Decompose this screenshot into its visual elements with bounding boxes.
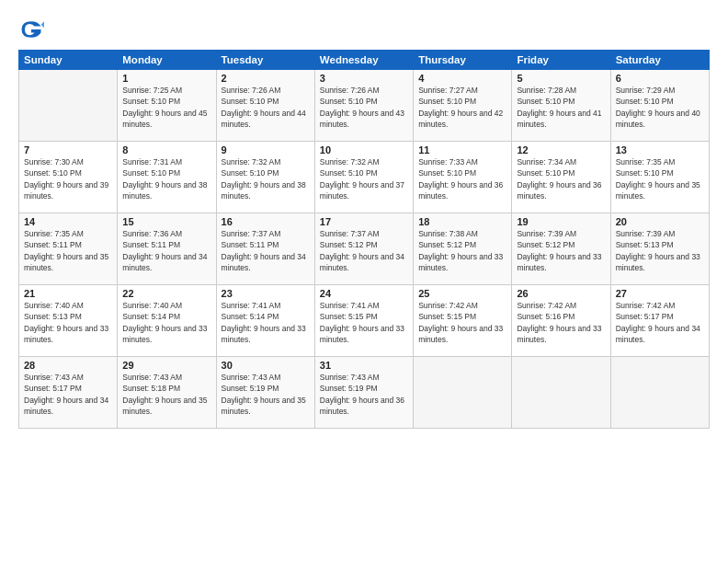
calendar-cell: 29 Sunrise: 7:43 AMSunset: 5:18 PMDaylig… xyxy=(118,357,216,429)
day-number: 4 xyxy=(418,73,506,84)
day-number: 3 xyxy=(320,73,408,84)
day-number: 7 xyxy=(24,144,112,155)
day-number: 31 xyxy=(320,360,408,371)
day-info: Sunrise: 7:26 AMSunset: 5:10 PMDaylight:… xyxy=(222,86,306,129)
day-number: 30 xyxy=(222,360,310,371)
day-number: 2 xyxy=(222,73,310,84)
calendar-cell xyxy=(512,357,610,429)
day-number: 14 xyxy=(24,216,112,227)
calendar-cell: 19 Sunrise: 7:39 AMSunset: 5:12 PMDaylig… xyxy=(512,213,610,285)
calendar-cell: 6 Sunrise: 7:29 AMSunset: 5:10 PMDayligh… xyxy=(610,70,709,142)
calendar-cell: 11 Sunrise: 7:33 AMSunset: 5:10 PMDaylig… xyxy=(414,142,512,213)
day-number: 10 xyxy=(320,144,408,155)
day-info: Sunrise: 7:43 AMSunset: 5:17 PMDaylight:… xyxy=(24,373,108,416)
day-info: Sunrise: 7:27 AMSunset: 5:10 PMDaylight:… xyxy=(418,86,503,129)
calendar-cell: 16 Sunrise: 7:37 AMSunset: 5:11 PMDaylig… xyxy=(216,213,314,285)
day-info: Sunrise: 7:28 AMSunset: 5:10 PMDaylight:… xyxy=(517,86,601,129)
day-info: Sunrise: 7:42 AMSunset: 5:15 PMDaylight:… xyxy=(418,301,503,344)
day-number: 22 xyxy=(122,288,210,299)
logo-icon xyxy=(18,17,44,42)
day-number: 6 xyxy=(616,73,704,84)
weekday-header-cell: Friday xyxy=(512,51,610,70)
day-info: Sunrise: 7:37 AMSunset: 5:12 PMDaylight:… xyxy=(320,229,404,272)
day-info: Sunrise: 7:43 AMSunset: 5:19 PMDaylight:… xyxy=(320,373,404,416)
calendar-cell: 25 Sunrise: 7:42 AMSunset: 5:15 PMDaylig… xyxy=(414,285,512,357)
day-number: 11 xyxy=(418,144,506,155)
day-info: Sunrise: 7:26 AMSunset: 5:10 PMDaylight:… xyxy=(320,86,404,129)
calendar-week-row: 28 Sunrise: 7:43 AMSunset: 5:17 PMDaylig… xyxy=(19,357,710,429)
day-info: Sunrise: 7:39 AMSunset: 5:12 PMDaylight:… xyxy=(517,229,601,272)
calendar-body: 1 Sunrise: 7:25 AMSunset: 5:10 PMDayligh… xyxy=(19,70,710,429)
calendar-cell: 30 Sunrise: 7:43 AMSunset: 5:19 PMDaylig… xyxy=(216,357,314,429)
day-number: 21 xyxy=(24,288,112,299)
day-info: Sunrise: 7:35 AMSunset: 5:10 PMDaylight:… xyxy=(616,157,700,201)
calendar-cell: 26 Sunrise: 7:42 AMSunset: 5:16 PMDaylig… xyxy=(512,285,610,357)
day-info: Sunrise: 7:32 AMSunset: 5:10 PMDaylight:… xyxy=(222,157,306,201)
day-number: 27 xyxy=(616,288,704,299)
calendar-cell: 14 Sunrise: 7:35 AMSunset: 5:11 PMDaylig… xyxy=(19,213,118,285)
calendar-cell: 17 Sunrise: 7:37 AMSunset: 5:12 PMDaylig… xyxy=(314,213,413,285)
calendar-cell: 12 Sunrise: 7:34 AMSunset: 5:10 PMDaylig… xyxy=(512,142,610,213)
day-number: 20 xyxy=(616,216,704,227)
day-number: 16 xyxy=(222,216,310,227)
calendar-cell: 3 Sunrise: 7:26 AMSunset: 5:10 PMDayligh… xyxy=(314,70,413,142)
calendar-cell: 21 Sunrise: 7:40 AMSunset: 5:13 PMDaylig… xyxy=(19,285,118,357)
day-number: 29 xyxy=(122,360,210,371)
day-info: Sunrise: 7:25 AMSunset: 5:10 PMDaylight:… xyxy=(122,86,207,129)
calendar-cell: 5 Sunrise: 7:28 AMSunset: 5:10 PMDayligh… xyxy=(512,70,610,142)
calendar-cell: 22 Sunrise: 7:40 AMSunset: 5:14 PMDaylig… xyxy=(118,285,216,357)
weekday-header-cell: Thursday xyxy=(414,51,512,70)
weekday-header-cell: Monday xyxy=(118,51,216,70)
calendar-cell: 13 Sunrise: 7:35 AMSunset: 5:10 PMDaylig… xyxy=(610,142,709,213)
day-number: 12 xyxy=(517,144,605,155)
calendar-cell: 10 Sunrise: 7:32 AMSunset: 5:10 PMDaylig… xyxy=(314,142,413,213)
day-number: 5 xyxy=(517,73,605,84)
day-info: Sunrise: 7:31 AMSunset: 5:10 PMDaylight:… xyxy=(122,157,207,201)
day-info: Sunrise: 7:32 AMSunset: 5:10 PMDaylight:… xyxy=(320,157,404,201)
day-info: Sunrise: 7:39 AMSunset: 5:13 PMDaylight:… xyxy=(616,229,700,272)
day-info: Sunrise: 7:36 AMSunset: 5:11 PMDaylight:… xyxy=(122,229,207,272)
day-number: 9 xyxy=(222,144,310,155)
day-number: 13 xyxy=(616,144,704,155)
calendar-cell xyxy=(414,357,512,429)
calendar-cell: 31 Sunrise: 7:43 AMSunset: 5:19 PMDaylig… xyxy=(314,357,413,429)
day-number: 18 xyxy=(418,216,506,227)
calendar-cell: 9 Sunrise: 7:32 AMSunset: 5:10 PMDayligh… xyxy=(216,142,314,213)
page-header xyxy=(18,17,710,42)
day-info: Sunrise: 7:34 AMSunset: 5:10 PMDaylight:… xyxy=(517,157,601,201)
day-number: 23 xyxy=(222,288,310,299)
weekday-header-cell: Sunday xyxy=(19,51,118,70)
day-number: 26 xyxy=(517,288,605,299)
calendar-cell: 20 Sunrise: 7:39 AMSunset: 5:13 PMDaylig… xyxy=(610,213,709,285)
calendar-cell: 28 Sunrise: 7:43 AMSunset: 5:17 PMDaylig… xyxy=(19,357,118,429)
day-number: 25 xyxy=(418,288,506,299)
calendar-week-row: 1 Sunrise: 7:25 AMSunset: 5:10 PMDayligh… xyxy=(19,70,710,142)
day-info: Sunrise: 7:38 AMSunset: 5:12 PMDaylight:… xyxy=(418,229,503,272)
day-info: Sunrise: 7:42 AMSunset: 5:17 PMDaylight:… xyxy=(616,301,700,344)
calendar-cell: 27 Sunrise: 7:42 AMSunset: 5:17 PMDaylig… xyxy=(610,285,709,357)
day-info: Sunrise: 7:43 AMSunset: 5:19 PMDaylight:… xyxy=(222,373,306,416)
day-info: Sunrise: 7:30 AMSunset: 5:10 PMDaylight:… xyxy=(24,157,108,201)
day-number: 8 xyxy=(122,144,210,155)
calendar-cell: 8 Sunrise: 7:31 AMSunset: 5:10 PMDayligh… xyxy=(118,142,216,213)
calendar-cell: 18 Sunrise: 7:38 AMSunset: 5:12 PMDaylig… xyxy=(414,213,512,285)
day-number: 19 xyxy=(517,216,605,227)
calendar-week-row: 14 Sunrise: 7:35 AMSunset: 5:11 PMDaylig… xyxy=(19,213,710,285)
calendar-week-row: 7 Sunrise: 7:30 AMSunset: 5:10 PMDayligh… xyxy=(19,142,710,213)
day-info: Sunrise: 7:41 AMSunset: 5:14 PMDaylight:… xyxy=(222,301,306,344)
weekday-header-cell: Wednesday xyxy=(314,51,413,70)
day-info: Sunrise: 7:40 AMSunset: 5:14 PMDaylight:… xyxy=(122,301,207,344)
day-number: 17 xyxy=(320,216,408,227)
day-info: Sunrise: 7:40 AMSunset: 5:13 PMDaylight:… xyxy=(24,301,108,344)
day-number: 24 xyxy=(320,288,408,299)
calendar-cell: 1 Sunrise: 7:25 AMSunset: 5:10 PMDayligh… xyxy=(118,70,216,142)
day-number: 1 xyxy=(122,73,210,84)
calendar-page: SundayMondayTuesdayWednesdayThursdayFrid… xyxy=(0,0,728,563)
weekday-header-row: SundayMondayTuesdayWednesdayThursdayFrid… xyxy=(19,51,710,70)
logo xyxy=(18,17,48,42)
day-number: 15 xyxy=(122,216,210,227)
day-info: Sunrise: 7:41 AMSunset: 5:15 PMDaylight:… xyxy=(320,301,404,344)
day-info: Sunrise: 7:43 AMSunset: 5:18 PMDaylight:… xyxy=(122,373,207,416)
calendar-cell: 15 Sunrise: 7:36 AMSunset: 5:11 PMDaylig… xyxy=(118,213,216,285)
calendar-week-row: 21 Sunrise: 7:40 AMSunset: 5:13 PMDaylig… xyxy=(19,285,710,357)
